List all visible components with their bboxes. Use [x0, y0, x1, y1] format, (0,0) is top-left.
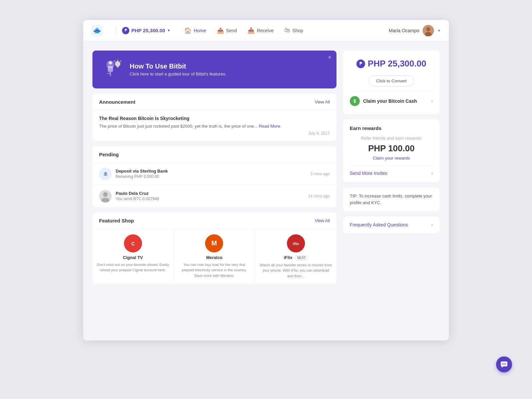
rewards-subtitle: Refer friends and earn rewards! [350, 136, 433, 141]
promo-banner[interactable]: How To Use Bitbit Click here to start a … [92, 51, 336, 88]
header-divider [116, 26, 117, 35]
bch-claim-row[interactable]: $ Claim your Bitcoin Cash › [350, 91, 433, 106]
balance-card-icon-row: ₱ PHP 25,300.00 [356, 59, 426, 69]
username-label: Maria Ocampo [389, 28, 419, 33]
logo[interactable] [91, 25, 103, 37]
pending-card: Pending 🏦 Deposit via Sterling Bank Rece… [92, 146, 336, 207]
person-avatar [99, 190, 112, 202]
nav-shop-label: Shop [292, 28, 303, 33]
shop-item-iflix[interactable]: iflix iFlix NEXT Watch all your favorite… [255, 229, 336, 284]
read-more-link[interactable]: Read More [259, 124, 280, 129]
announcement-view-all[interactable]: View All [315, 99, 330, 104]
iflix-desc: Watch all your favorite series or movies… [259, 262, 332, 279]
svg-line-14 [114, 61, 115, 62]
right-column: ₱ PHP 25,300.00 Click to Convert $ Claim… [343, 51, 440, 331]
pending-person-info: Paulo Dela Cruz You send BTC 0.007948 [116, 191, 304, 201]
cignal-logo: C [124, 234, 142, 252]
pending-bank-info: Deposit via Sterling Bank Receiving PHP … [116, 169, 306, 179]
announcement-date: July 8, 2017 [99, 131, 330, 136]
svg-point-8 [109, 61, 112, 65]
svg-point-12 [115, 61, 120, 66]
shop-item-meralco[interactable]: M Meralco You can now buy load for the v… [174, 229, 255, 284]
svg-rect-9 [108, 66, 113, 72]
nav-home-label: Home [194, 28, 206, 33]
convert-button[interactable]: Click to Convert [368, 75, 414, 86]
announcement-header: Announcement View All [92, 94, 336, 110]
pending-bank-name: Deposit via Sterling Bank [116, 169, 306, 174]
app-window: ₱ PHP 25,300.00 ▼ 🏠 Home 📤 Send 📥 Receiv… [83, 20, 449, 340]
shop-icon: 🛍 [284, 27, 290, 34]
iflix-logo: iflix [287, 234, 305, 252]
pending-title: Pending [99, 152, 119, 157]
svg-point-32 [505, 363, 506, 364]
nav-shop[interactable]: 🛍 Shop [280, 24, 308, 37]
receive-icon: 📥 [247, 27, 255, 34]
iflix-next-badge: NEXT [295, 255, 308, 260]
faq-card[interactable]: Frequently Asked Questions › [343, 216, 440, 233]
svg-point-31 [504, 363, 505, 364]
rewards-card: Earn rewards Refer friends and earn rewa… [343, 119, 440, 182]
promo-title: How To Use Bitbit [130, 63, 226, 70]
svg-line-16 [120, 61, 121, 62]
nav-home[interactable]: 🏠 Home [180, 24, 210, 37]
rewards-title: Earn rewards [350, 125, 433, 131]
faq-chevron-icon: › [431, 222, 433, 228]
svg-point-5 [426, 27, 430, 31]
chat-fab-button[interactable] [496, 356, 512, 372]
cignal-desc: Don't miss out on your favorite shows! E… [96, 262, 170, 273]
nav-receive[interactable]: 📥 Receive [243, 24, 278, 37]
nav-receive-label: Receive [257, 28, 274, 33]
pending-header: Pending [92, 146, 336, 163]
bch-left: $ Claim your Bitcoin Cash [350, 96, 417, 106]
announcement-card: Announcement View All The Real Reason Bi… [92, 94, 336, 141]
pending-person-time: 14 mins ago [308, 194, 330, 199]
svg-marker-29 [502, 366, 503, 368]
tip-card: TIP: To increase cash limits, complete y… [343, 188, 440, 211]
send-invites-row[interactable]: Send More Invites › [350, 170, 433, 176]
nav-send[interactable]: 📤 Send [212, 24, 242, 37]
pending-bank-sub: Receiving PHP 3,000.00 [116, 174, 306, 179]
send-invites-chevron-icon: › [431, 170, 433, 176]
pending-person-sub: You send BTC 0.007948 [116, 197, 304, 201]
bch-icon: $ [350, 96, 360, 106]
rewards-claim-link[interactable]: Claim your rewards [350, 156, 433, 161]
svg-text:🏦: 🏦 [103, 171, 108, 176]
balance-p-icon: ₱ [356, 60, 365, 68]
promo-illustration [100, 58, 124, 81]
tip-text: TIP: To increase cash limits, complete y… [350, 194, 432, 205]
svg-text:iflix: iflix [293, 242, 299, 246]
announcement-title: Announcement [99, 99, 135, 105]
main-nav: 🏠 Home 📤 Send 📥 Receive 🛍 Shop [180, 24, 389, 37]
svg-point-30 [502, 363, 503, 364]
balance-pill[interactable]: ₱ PHP 25,300.00 ▼ [122, 27, 170, 34]
header-balance: PHP 25,300.00 [131, 28, 165, 33]
user-caret-icon: ▼ [437, 29, 441, 33]
meralco-name: Meralco [178, 255, 251, 260]
user-menu[interactable]: Maria Ocampo ▼ [389, 25, 441, 36]
announcement-headline: The Real Reason Bitcoin Is Skyrocketing [99, 116, 330, 121]
announcement-item: The Real Reason Bitcoin Is Skyrocketing … [92, 110, 336, 141]
promo-subtitle: Click here to start a guided tour of Bit… [130, 71, 226, 76]
balance-caret-icon: ▼ [167, 29, 170, 32]
featured-shop-card: Featured Shop View All C Cignal TV Don't… [92, 212, 336, 284]
bank-avatar: 🏦 [99, 168, 112, 180]
rewards-amount: PHP 100.00 [350, 143, 433, 154]
shop-view-all[interactable]: View All [315, 218, 330, 223]
svg-text:M: M [211, 239, 217, 247]
nav-send-label: Send [226, 28, 237, 33]
bch-label: Claim your Bitcoin Cash [363, 98, 417, 104]
send-invites-label: Send More Invites [350, 171, 387, 176]
rewards-body: Refer friends and earn rewards! PHP 100.… [350, 136, 433, 166]
pending-item-bank[interactable]: 🏦 Deposit via Sterling Bank Receiving PH… [92, 163, 336, 185]
iflix-name: iFlix NEXT [259, 255, 332, 260]
shop-item-cignal[interactable]: C Cignal TV Don't miss out on your favor… [92, 229, 174, 284]
home-icon: 🏠 [184, 27, 192, 34]
promo-close-button[interactable]: × [328, 55, 331, 61]
left-column: How To Use Bitbit Click here to start a … [92, 51, 336, 331]
faq-label: Frequently Asked Questions [350, 222, 408, 227]
avatar [423, 25, 434, 36]
svg-point-20 [103, 192, 108, 197]
pending-item-person[interactable]: Paulo Dela Cruz You send BTC 0.007948 14… [92, 185, 336, 207]
promo-text: How To Use Bitbit Click here to start a … [130, 63, 226, 76]
pending-person-name: Paulo Dela Cruz [116, 191, 304, 196]
